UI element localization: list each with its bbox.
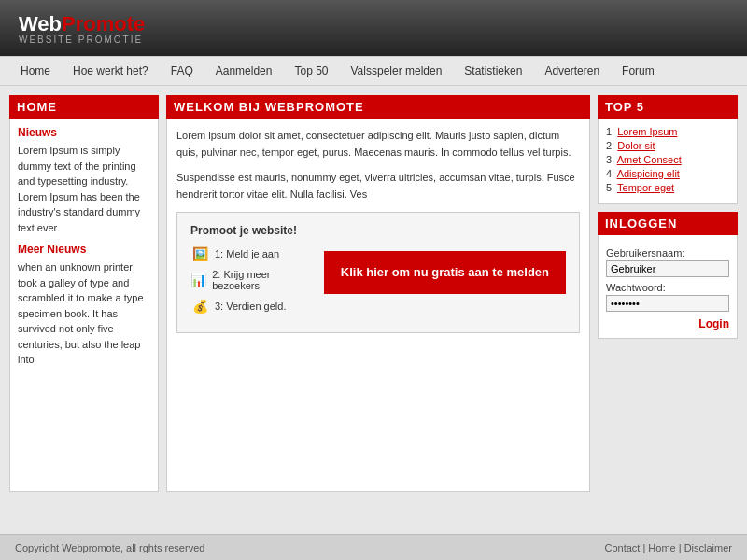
top5-link-2[interactable]: Dolor sit — [617, 140, 655, 151]
step1-label: 1: Meld je aan — [215, 248, 279, 259]
nav-top50[interactable]: Top 50 — [283, 56, 339, 86]
top5-list: 1. Lorem Ipsum 2. Dolor sit 3. Amet Cons… — [606, 126, 729, 193]
nav-faq[interactable]: FAQ — [160, 56, 204, 86]
news-title: Nieuws — [18, 126, 150, 139]
login-button[interactable]: Login — [606, 317, 729, 330]
step2-icon: 📊 — [190, 271, 206, 289]
top5-header: TOP 5 — [598, 95, 738, 119]
password-label: Wachtwoord: — [606, 282, 729, 293]
promo-steps: Promoot je website! 🖼️ 1: Meld je aan 📊 … — [190, 224, 305, 321]
password-field: Wachtwoord: — [606, 282, 729, 312]
promo-step3: 💰 3: Verdien geld. — [190, 297, 305, 315]
promo-step1: 🖼️ 1: Meld je aan — [190, 245, 305, 263]
top5-item-3: 3. Amet Consect — [606, 154, 729, 165]
center-para2: Suspendisse est mauris, nonummy eget, vi… — [176, 170, 580, 203]
left-sidebar-header: HOME — [9, 95, 159, 119]
nav-aanmelden[interactable]: Aanmelden — [204, 56, 284, 86]
step2-label: 2: Krijg meer bezoekers — [212, 269, 305, 291]
center-content: WELKOM BIJ WEBPROMOTE Lorem ipsum dolor … — [166, 95, 590, 525]
footer: Copyright Webpromote, all rghts reserved… — [0, 534, 747, 560]
step3-icon: 💰 — [190, 297, 209, 315]
step1-icon: 🖼️ — [190, 245, 209, 263]
right-sidebar: TOP 5 1. Lorem Ipsum 2. Dolor sit 3. Ame… — [598, 95, 738, 525]
logo-web: Web — [19, 12, 62, 35]
center-body: Lorem ipsum dolor sit amet, consectetuer… — [166, 119, 590, 492]
top5-item-2: 2. Dolor sit — [606, 140, 729, 151]
main-wrapper: HOME Nieuws Lorem Ipsum is simply dummy … — [0, 86, 747, 534]
logo: WebPromote WEBSITE PROMOTIE — [19, 12, 145, 45]
top5-content: 1. Lorem Ipsum 2. Dolor sit 3. Amet Cons… — [598, 119, 738, 204]
login-section: INLOGGEN Gebruikersnaam: Wachtwoord: Log… — [598, 212, 738, 339]
top5-link-3[interactable]: Amet Consect — [617, 154, 682, 165]
promo-box: Promoot je website! 🖼️ 1: Meld je aan 📊 … — [176, 212, 580, 333]
username-field: Gebruikersnaam: — [606, 247, 729, 277]
nav-adverteren[interactable]: Adverteren — [533, 56, 611, 86]
meer-news-text: when an unknown printer took a galley of… — [18, 259, 150, 368]
nav-statistieken[interactable]: Statistieken — [453, 56, 533, 86]
promo-cta-button[interactable]: Klik hier om nu gratis aan te melden — [324, 251, 566, 294]
top5-item-1: 1. Lorem Ipsum — [606, 126, 729, 137]
logo-sub: WEBSITE PROMOTIE — [19, 35, 145, 45]
top5-section: TOP 5 1. Lorem Ipsum 2. Dolor sit 3. Ame… — [598, 95, 738, 204]
center-header: WELKOM BIJ WEBPROMOTE — [166, 95, 590, 119]
news-text: Lorem Ipsum is simply dummy text of the … — [18, 143, 150, 235]
nav: Home Hoe werkt het? FAQ Aanmelden Top 50… — [0, 56, 747, 86]
nav-hoe[interactable]: Hoe werkt het? — [62, 56, 160, 86]
left-sidebar-content: Nieuws Lorem Ipsum is simply dummy text … — [9, 119, 159, 492]
password-input[interactable] — [606, 295, 729, 312]
top5-item-4: 4. Adispicing elit — [606, 168, 729, 179]
meer-news-title: Meer Nieuws — [18, 243, 150, 256]
footer-copyright: Copyright Webpromote, all rghts reserved — [15, 542, 204, 553]
promo-title: Promoot je website! — [190, 224, 305, 237]
top5-link-4[interactable]: Adispicing elit — [617, 168, 680, 179]
nav-forum[interactable]: Forum — [611, 56, 666, 86]
promo-step2: 📊 2: Krijg meer bezoekers — [190, 269, 305, 291]
step3-label: 3: Verdien geld. — [215, 301, 286, 312]
top5-item-5: 5. Tempor eget — [606, 182, 729, 193]
left-sidebar: HOME Nieuws Lorem Ipsum is simply dummy … — [9, 95, 159, 525]
top5-link-1[interactable]: Lorem Ipsum — [617, 126, 677, 137]
username-label: Gebruikersnaam: — [606, 247, 729, 259]
username-input[interactable] — [606, 260, 729, 277]
header: WebPromote WEBSITE PROMOTIE — [0, 0, 747, 56]
login-header: INLOGGEN — [598, 212, 738, 235]
login-content: Gebruikersnaam: Wachtwoord: Login — [598, 235, 738, 339]
nav-valsspeler[interactable]: Valsspeler melden — [340, 56, 454, 86]
nav-home[interactable]: Home — [9, 56, 62, 86]
top5-link-5[interactable]: Tempor eget — [617, 182, 674, 193]
center-para1: Lorem ipsum dolor sit amet, consectetuer… — [176, 128, 580, 161]
logo-promote: Promote — [62, 12, 145, 35]
footer-links: Contact | Home | Disclaimer — [604, 542, 732, 553]
